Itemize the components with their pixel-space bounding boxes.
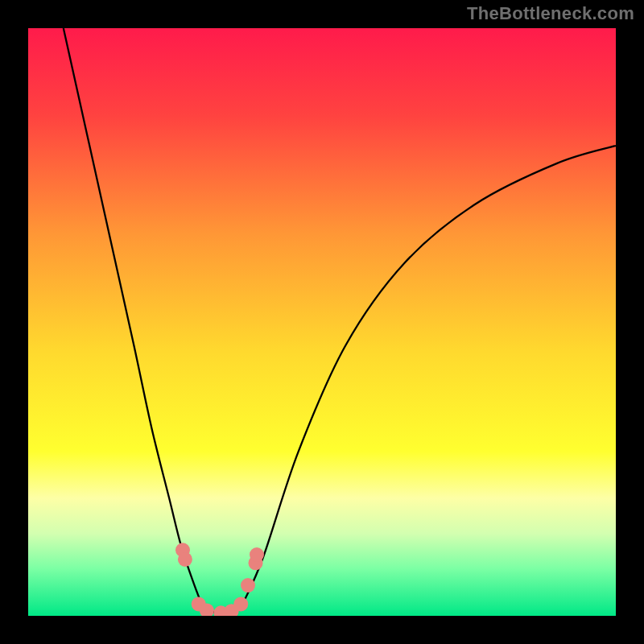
figure-frame: TheBottleneck.com bbox=[0, 0, 644, 644]
highlight-dot bbox=[233, 597, 248, 611]
chart-canvas bbox=[28, 28, 616, 616]
gradient-background bbox=[28, 28, 616, 616]
highlight-dot bbox=[241, 578, 255, 592]
plot-area bbox=[28, 28, 616, 616]
highlight-dot bbox=[250, 547, 264, 562]
highlight-dot bbox=[178, 552, 192, 567]
watermark-label: TheBottleneck.com bbox=[467, 3, 634, 24]
